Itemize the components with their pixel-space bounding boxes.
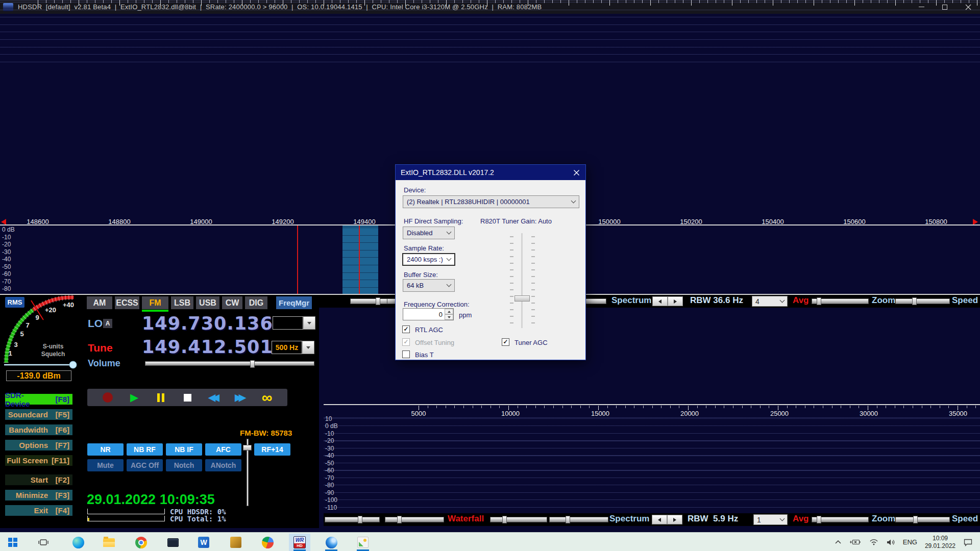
af-waterfall-lower-slider[interactable] bbox=[549, 517, 608, 522]
taskbar-hdsdr-button[interactable]: WR HD bbox=[289, 534, 310, 551]
mode-button-ecss[interactable]: ECSS bbox=[115, 296, 139, 309]
af-spectrum-shift-left-button[interactable] bbox=[652, 515, 667, 524]
hf-sampling-select[interactable]: Disabled bbox=[403, 227, 455, 239]
slider-thumb[interactable] bbox=[912, 297, 917, 305]
slider-thumb[interactable] bbox=[250, 360, 255, 368]
lo-frequency-readout[interactable]: 149.730.136 bbox=[142, 313, 270, 334]
taskbar-app-button[interactable] bbox=[225, 534, 247, 551]
squelch-knob[interactable] bbox=[69, 361, 77, 368]
slider-thumb[interactable] bbox=[913, 516, 918, 523]
loop-button[interactable]: ∞ bbox=[261, 392, 273, 403]
rf-avg-select[interactable]: 4 bbox=[752, 296, 788, 307]
sample-rate-select[interactable]: 2400 ksps :) bbox=[402, 253, 455, 266]
options-button[interactable]: Options[F7] bbox=[5, 440, 72, 450]
mode-button-cw[interactable]: CW bbox=[222, 296, 242, 309]
hidden-icons-chevron-icon[interactable] bbox=[835, 540, 842, 544]
slider-thumb[interactable] bbox=[566, 516, 570, 523]
speaker-icon[interactable] bbox=[886, 539, 895, 546]
volume-slider[interactable] bbox=[145, 361, 314, 366]
exit-button[interactable]: Exit[F4] bbox=[5, 505, 72, 516]
device-select[interactable]: (2) Realtek | RTL2838UHIDIR | 00000001 bbox=[403, 195, 579, 208]
af-waterfall-upper-slider[interactable] bbox=[490, 517, 547, 522]
taskbar-edge-button[interactable] bbox=[67, 534, 89, 551]
notch-button[interactable]: Notch bbox=[166, 459, 202, 471]
af-brightness-slider[interactable] bbox=[325, 517, 380, 522]
tuner-gain-slider-thumb[interactable] bbox=[514, 295, 530, 302]
spectrum-shift-right-button[interactable] bbox=[668, 296, 683, 306]
taskbar-clock[interactable]: 10:09 29.01.2022 bbox=[925, 535, 955, 550]
af-contrast-slider[interactable] bbox=[385, 517, 444, 522]
tune-label[interactable]: Tune bbox=[88, 342, 113, 354]
spinner-down-button[interactable] bbox=[445, 314, 453, 320]
taskbar-word-button[interactable]: W bbox=[193, 534, 214, 551]
tuner-gain-slider[interactable] bbox=[521, 233, 523, 328]
af-spectrum-shift-right-button[interactable] bbox=[667, 515, 682, 524]
mute-button[interactable]: Mute bbox=[87, 459, 124, 471]
buffer-size-select[interactable]: 64 kB bbox=[403, 279, 455, 292]
rf-avg-slider[interactable] bbox=[812, 298, 869, 304]
nb-if-button[interactable]: NB IF bbox=[166, 443, 202, 456]
tuner-agc-checkbox[interactable]: ✓ bbox=[502, 338, 509, 346]
taskbar-browser-button[interactable] bbox=[257, 534, 278, 551]
slider-thumb[interactable] bbox=[817, 297, 821, 305]
full-screen-button[interactable]: Full Screen[F11] bbox=[5, 455, 72, 466]
slider-thumb[interactable] bbox=[376, 297, 380, 305]
spectrum-shift-left-button[interactable] bbox=[652, 296, 668, 306]
start-button[interactable] bbox=[2, 534, 23, 551]
battery-icon[interactable] bbox=[849, 539, 862, 545]
lo-auto-badge[interactable]: A bbox=[103, 319, 112, 328]
nb-rf-button[interactable]: NB RF bbox=[127, 443, 163, 456]
bias-t-checkbox[interactable] bbox=[402, 350, 410, 358]
action-center-icon[interactable] bbox=[963, 538, 973, 546]
af-spectrum-display[interactable] bbox=[324, 417, 980, 514]
tune-marker-line[interactable] bbox=[359, 226, 360, 294]
af-zoom-slider[interactable] bbox=[895, 517, 950, 522]
slider-thumb[interactable] bbox=[817, 516, 821, 523]
rf-gain-button[interactable]: RF+14 bbox=[254, 443, 290, 456]
dropdown-arrow-icon[interactable] bbox=[303, 316, 315, 330]
meter-mode-badge[interactable]: RMS bbox=[5, 297, 24, 308]
slider-thumb[interactable] bbox=[358, 516, 362, 523]
dropdown-arrow-icon[interactable] bbox=[302, 341, 314, 354]
tune-step-select[interactable]: 500 Hz bbox=[272, 341, 314, 354]
lo-label[interactable]: LO bbox=[88, 317, 103, 330]
slider-thumb[interactable] bbox=[397, 516, 402, 523]
volume-label[interactable]: Volume bbox=[88, 358, 120, 369]
mode-button-fm[interactable]: FM bbox=[142, 296, 168, 309]
start-button[interactable]: Start[F2] bbox=[5, 474, 72, 485]
minimize-app-button[interactable]: Minimize[F3] bbox=[5, 490, 72, 500]
freqmgr-button[interactable]: FreqMgr bbox=[276, 296, 312, 309]
dialog-title-bar[interactable]: ExtIO_RTL2832.DLL v2017.2 bbox=[396, 165, 585, 180]
tune-frequency-readout[interactable]: 149.412.501 bbox=[142, 337, 270, 357]
taskbar-photos-button[interactable] bbox=[352, 534, 374, 551]
rtl-agc-checkbox[interactable]: ✓ bbox=[402, 325, 410, 333]
mode-button-am[interactable]: AM bbox=[87, 296, 112, 309]
nr-button[interactable]: NR bbox=[87, 443, 124, 456]
fm-bw-slider-thumb[interactable] bbox=[243, 445, 252, 450]
mode-button-dig[interactable]: DIG bbox=[245, 296, 267, 309]
wifi-icon[interactable] bbox=[869, 539, 878, 545]
taskbar-app-window-button[interactable] bbox=[162, 534, 184, 551]
dialog-close-button[interactable] bbox=[572, 168, 581, 177]
freq-correction-spinner[interactable]: 0 bbox=[403, 308, 454, 320]
bandwidth-button[interactable]: Bandwidth[F6] bbox=[5, 424, 72, 435]
afc-button[interactable]: AFC bbox=[205, 443, 241, 456]
lo-marker-line[interactable] bbox=[297, 226, 298, 294]
lo-step-select[interactable] bbox=[273, 316, 315, 330]
fast-forward-button[interactable]: ▶▶ bbox=[234, 392, 247, 403]
rf-spectrum-display[interactable] bbox=[0, 0, 980, 68]
taskbar-file-explorer-button[interactable] bbox=[98, 534, 119, 551]
af-avg-slider[interactable] bbox=[812, 517, 869, 522]
sdr-device-button[interactable]: SDR-Device[F8] bbox=[5, 394, 72, 405]
slider-thumb[interactable] bbox=[502, 516, 507, 523]
play-button[interactable]: ▶ bbox=[128, 391, 140, 404]
language-indicator[interactable]: ENG bbox=[903, 538, 917, 546]
mode-button-lsb[interactable]: LSB bbox=[171, 296, 193, 309]
rewind-button[interactable]: ◀◀ bbox=[208, 392, 220, 403]
mode-button-usb[interactable]: USB bbox=[196, 296, 219, 309]
agc-off-button[interactable]: AGC Off bbox=[127, 459, 163, 471]
af-avg-select[interactable]: 1 bbox=[753, 514, 788, 525]
pause-button[interactable] bbox=[155, 393, 167, 402]
tune-bandwidth-band[interactable] bbox=[342, 226, 378, 294]
taskbar-onedrive-button[interactable] bbox=[321, 534, 342, 551]
